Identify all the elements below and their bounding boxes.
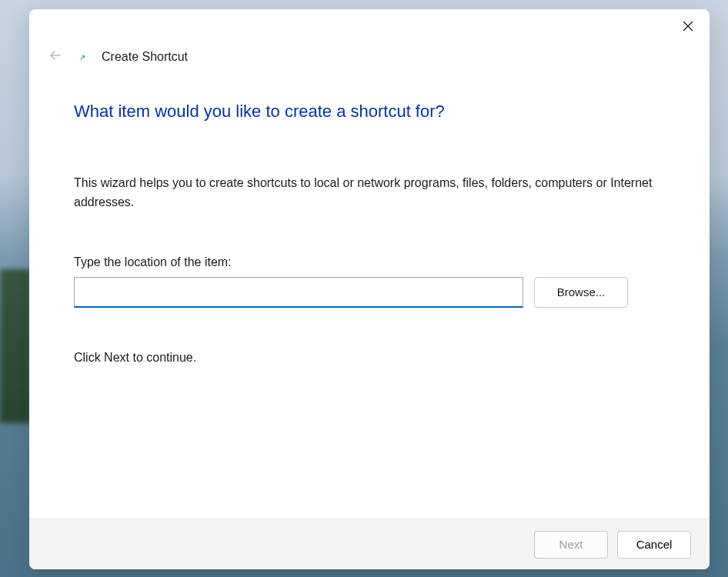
close-icon — [682, 20, 694, 35]
description-text: This wizard helps you to create shortcut… — [74, 174, 665, 212]
dialog-content: What item would you like to create a sho… — [29, 65, 710, 519]
shortcut-icon: ↗ — [77, 52, 88, 62]
browse-button[interactable]: Browse... — [534, 277, 628, 308]
next-button: Next — [534, 531, 608, 559]
input-row: Browse... — [74, 277, 665, 308]
dialog-title: Create Shortcut — [102, 50, 188, 64]
dialog-footer: Next Cancel — [29, 519, 710, 569]
continue-text: Click Next to continue. — [74, 351, 665, 365]
header-row: ↗ Create Shortcut — [29, 46, 710, 65]
back-button — [48, 49, 63, 65]
create-shortcut-dialog: ↗ Create Shortcut What item would you li… — [29, 9, 710, 569]
close-button[interactable] — [676, 17, 700, 38]
location-input-label: Type the location of the item: — [74, 255, 665, 269]
main-heading: What item would you like to create a sho… — [74, 102, 665, 122]
cancel-button[interactable]: Cancel — [617, 531, 691, 559]
arrow-left-icon — [48, 48, 62, 65]
titlebar — [29, 9, 710, 46]
location-input[interactable] — [74, 277, 523, 308]
